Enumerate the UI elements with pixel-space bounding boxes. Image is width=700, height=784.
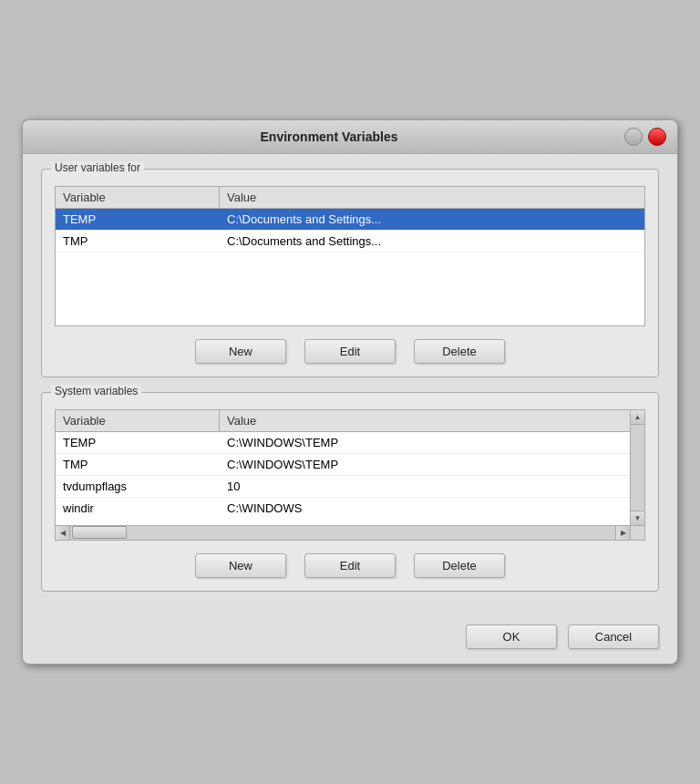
scrollbar-corner [630,525,644,540]
scroll-left-button[interactable]: ◀ [56,526,70,541]
user-variables-table: Variable Value TEMP C:\Documents and Set… [55,186,645,326]
user-row0-var: TEMP [56,209,220,230]
sys-row1-val: C:\WINDOWS\TEMP [220,454,630,475]
system-delete-button[interactable]: Delete [414,553,505,578]
table-row[interactable]: TEMP C:\Documents and Settings... [56,209,644,231]
close-button[interactable] [648,128,666,146]
user-row1-val: C:\Documents and Settings... [220,231,644,252]
dialog-footer: OK Cancel [23,624,677,664]
system-variables-section: System variables Variable Value TEMP C:\… [41,392,659,592]
dialog-title: Environment Variables [34,129,624,144]
ok-button[interactable]: OK [466,624,557,649]
sys-row0-var: TEMP [56,432,220,453]
scroll-right-button[interactable]: ▶ [615,526,630,541]
sys-col-variable: Variable [56,410,220,431]
user-edit-button[interactable]: Edit [304,339,396,364]
user-row1-var: TMP [56,231,220,252]
system-table-wrapper: Variable Value TEMP C:\WINDOWS\TEMP TMP … [55,409,645,541]
scroll-track-v [631,425,645,511]
table-row[interactable]: tvdumpflags 10 [56,476,630,498]
system-table-container: Variable Value TEMP C:\WINDOWS\TEMP TMP … [55,402,645,541]
environment-variables-dialog: Environment Variables User variables for… [22,119,678,665]
user-buttons-row: New Edit Delete [55,339,645,364]
system-section-legend: System variables [51,385,141,397]
system-table-body: TEMP C:\WINDOWS\TEMP TMP C:\WINDOWS\TEMP… [56,432,630,519]
sys-row0-val: C:\WINDOWS\TEMP [220,432,630,453]
system-edit-button[interactable]: Edit [304,553,396,578]
system-table-header: Variable Value [56,410,630,432]
scroll-track-h [70,526,615,541]
sys-row2-var: tvdumpflags [56,476,220,497]
table-row[interactable]: TMP C:\Documents and Settings... [56,231,644,253]
user-row0-val: C:\Documents and Settings... [220,209,644,230]
sys-col-value: Value [220,410,630,431]
user-table-empty [56,253,644,325]
horizontal-scrollbar[interactable]: ◀ ▶ [56,525,630,540]
user-col-value: Value [220,187,644,208]
scroll-up-button[interactable]: ▲ [631,410,645,425]
minimize-button[interactable] [624,128,643,146]
vertical-scrollbar[interactable]: ▲ ▼ [630,410,644,525]
user-table-header: Variable Value [56,187,644,209]
user-delete-button[interactable]: Delete [414,339,505,364]
title-bar-controls [624,128,666,146]
scroll-down-button[interactable]: ▼ [631,511,645,525]
user-new-button[interactable]: New [195,339,286,364]
table-row[interactable]: windir C:\WINDOWS [56,498,630,519]
system-new-button[interactable]: New [195,553,286,578]
user-col-variable: Variable [56,187,220,208]
sys-row3-val: C:\WINDOWS [220,498,630,519]
sys-row3-var: windir [56,498,220,519]
table-row[interactable]: TMP C:\WINDOWS\TEMP [56,454,630,476]
dialog-body: User variables for Variable Value TEMP C… [23,154,677,624]
scroll-thumb-h[interactable] [72,526,127,539]
system-buttons-row: New Edit Delete [55,553,645,578]
title-bar: Environment Variables [23,120,677,154]
sys-row2-val: 10 [220,476,630,497]
user-section-legend: User variables for [51,161,144,174]
table-row[interactable]: TEMP C:\WINDOWS\TEMP [56,432,630,454]
sys-row1-var: TMP [56,454,220,475]
user-variables-section: User variables for Variable Value TEMP C… [41,169,659,377]
cancel-button[interactable]: Cancel [568,624,659,649]
user-table-body: TEMP C:\Documents and Settings... TMP C:… [56,209,644,325]
